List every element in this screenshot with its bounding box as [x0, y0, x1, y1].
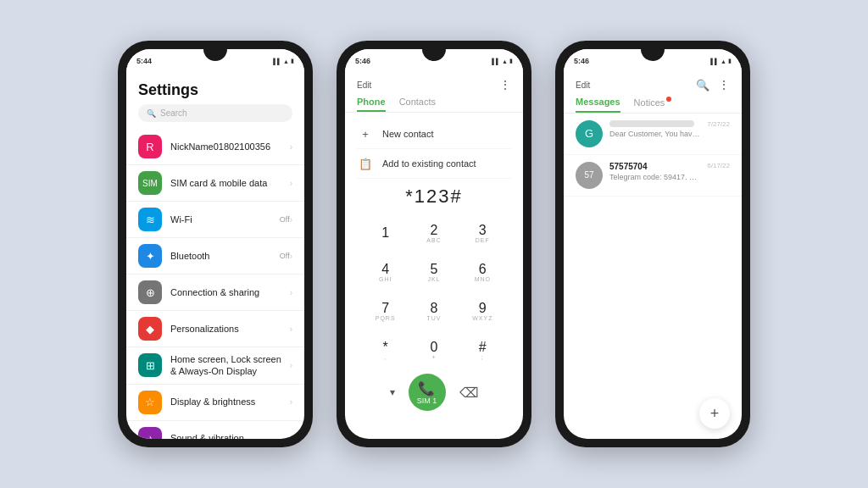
settings-item-text-bluetooth: Bluetooth	[170, 250, 280, 262]
settings-item-text-nickname: NickName01802100356	[170, 141, 290, 152]
settings-item-text-sound: Sound & vibration	[170, 432, 290, 439]
call-button[interactable]: 📞 SIM 1	[409, 374, 446, 411]
settings-item-connection[interactable]: ⊕ Connection & sharing ›	[126, 274, 304, 311]
dial-num-hash: #	[479, 340, 487, 355]
notch-bar-2: 5:46 ▌▌ ▲ ▮	[345, 49, 523, 73]
edit-button-3[interactable]: Edit	[576, 80, 590, 90]
message-avatar-1: 57	[576, 162, 603, 189]
settings-item-wifi[interactable]: ≋ Wi-Fi Off ›	[126, 202, 304, 238]
tab-notices[interactable]: Notices	[634, 93, 672, 113]
dial-key-hash[interactable]: # ;	[459, 331, 506, 369]
new-contact-label: New contact	[382, 129, 434, 139]
settings-search-bar[interactable]: 🔍 Search	[138, 104, 292, 122]
settings-item-personalizations[interactable]: ◆ Personalizations ›	[126, 311, 304, 347]
settings-item-sound[interactable]: ♪ Sound & vibration ›	[126, 421, 304, 439]
dial-letters-7: PQRS	[376, 315, 396, 321]
settings-label-homescreen: Home screen, Lock screen & Always-On Dis…	[170, 353, 290, 378]
message-preview-0: Dear Customer, You have a missed call fr…	[609, 130, 700, 138]
backspace-button[interactable]: ⌫	[459, 385, 479, 401]
message-name-0	[609, 120, 694, 127]
dial-letters-6: MNO	[475, 276, 491, 282]
tab-contacts[interactable]: Contacts	[399, 93, 436, 112]
settings-icon-connection: ⊕	[138, 280, 162, 304]
dial-key-4[interactable]: 4 GHI	[362, 253, 409, 291]
message-item-0[interactable]: G Dear Customer, You have a missed call …	[564, 114, 742, 155]
message-list: G Dear Customer, You have a missed call …	[564, 114, 742, 439]
search-button-3[interactable]: 🔍	[696, 79, 709, 92]
notch-bar-1: 5:44 ▌▌ ▲ ▮	[126, 49, 304, 73]
settings-item-sim[interactable]: SIM SIM card & mobile data ›	[126, 165, 304, 202]
tab-messages[interactable]: Messages	[576, 93, 620, 113]
settings-sub-bluetooth: Off	[280, 252, 290, 260]
add-existing-action[interactable]: 📋 Add to existing contact	[357, 149, 511, 179]
settings-icon-nickname: R	[138, 135, 162, 158]
settings-icon-bluetooth: ✦	[138, 244, 162, 268]
more-options-button-2[interactable]: ⋮	[499, 78, 511, 92]
tab-phone[interactable]: Phone	[357, 93, 386, 112]
contact-actions: + New contact 📋 Add to existing contact	[345, 113, 523, 182]
header-actions-3: 🔍 ⋮	[696, 78, 730, 92]
notch-cutout-2	[422, 49, 446, 61]
status-icons-3: ▌▌ ▲ ▮	[710, 58, 732, 64]
chevron-icon-8: ›	[290, 434, 292, 439]
settings-item-display[interactable]: ☆ Display & brightness ›	[126, 385, 304, 421]
status-time-2: 5:46	[355, 57, 370, 65]
phone3-header: Edit 🔍 ⋮	[564, 73, 742, 93]
phone3-content: Edit 🔍 ⋮ Messages Notices G	[564, 73, 742, 439]
settings-item-nickname[interactable]: R NickName01802100356 ›	[126, 129, 304, 165]
battery-icon-1: ▮	[291, 58, 294, 64]
dial-key-1[interactable]: 1	[362, 214, 409, 252]
dial-key-6[interactable]: 6 MNO	[459, 253, 506, 291]
dial-key-7[interactable]: 7 PQRS	[362, 292, 409, 330]
dial-num-7: 7	[381, 301, 389, 316]
settings-item-homescreen[interactable]: ⊞ Home screen, Lock screen & Always-On D…	[126, 347, 304, 385]
dial-dropdown-arrow[interactable]: ▾	[390, 386, 395, 398]
settings-item-text-homescreen: Home screen, Lock screen & Always-On Dis…	[170, 353, 290, 378]
dial-letters-0: +	[431, 354, 436, 360]
phone-settings-screen: 5:44 ▌▌ ▲ ▮ Settings 🔍 Search R NickName…	[126, 49, 304, 439]
settings-icon-personalizations: ◆	[138, 317, 162, 341]
dial-num-5: 5	[431, 262, 438, 277]
settings-label-personalizations: Personalizations	[170, 323, 290, 335]
settings-item-text-sim: SIM card & mobile data	[170, 177, 290, 189]
chevron-icon-4: ›	[290, 288, 292, 297]
chevron-icon-5: ›	[290, 324, 292, 334]
dial-key-0[interactable]: 0 +	[410, 331, 457, 369]
phone-dialpad: 5:46 ▌▌ ▲ ▮ Edit ⋮ Phone Contacts	[337, 41, 531, 447]
add-existing-icon: 📋	[357, 155, 374, 172]
message-body-0: Dear Customer, You have a missed call fr…	[609, 120, 700, 138]
settings-label-wifi: Wi-Fi	[170, 214, 280, 225]
phone-call-icon: 📞	[418, 380, 435, 396]
settings-label-display: Display & brightness	[170, 396, 290, 408]
settings-item-bluetooth[interactable]: ✦ Bluetooth Off ›	[126, 238, 304, 274]
message-item-1[interactable]: 57 57575704 Telegram code: 59417. You ca…	[564, 155, 742, 197]
settings-label-connection: Connection & sharing	[170, 286, 290, 298]
new-contact-action[interactable]: + New contact	[357, 119, 511, 149]
wifi-icon-2: ▲	[502, 58, 508, 64]
dial-key-2[interactable]: 2 ABC	[410, 214, 457, 252]
compose-fab-button[interactable]: +	[699, 398, 730, 429]
dial-key-9[interactable]: 9 WXYZ	[459, 292, 506, 330]
settings-item-text-display: Display & brightness	[170, 396, 290, 408]
dial-key-8[interactable]: 8 TUV	[410, 292, 457, 330]
dial-key-3[interactable]: 3 DEF	[459, 214, 506, 252]
dial-num-6: 6	[479, 262, 487, 277]
phones-container: 5:44 ▌▌ ▲ ▮ Settings 🔍 Search R NickName…	[118, 41, 750, 447]
dial-letters-5: JKL	[427, 276, 440, 282]
settings-title: Settings	[126, 73, 304, 104]
edit-button-2[interactable]: Edit	[357, 80, 371, 90]
chevron-icon-7: ›	[290, 397, 292, 407]
more-options-button-3[interactable]: ⋮	[718, 78, 730, 92]
settings-item-text-personalizations: Personalizations	[170, 323, 290, 335]
settings-icon-display: ☆	[138, 391, 162, 414]
phone2-content: Edit ⋮ Phone Contacts + New contact 📋 Ad…	[345, 73, 523, 439]
dial-letters-4: GHI	[379, 276, 392, 282]
settings-icon-sound: ♪	[138, 427, 162, 439]
chevron-icon-6: ›	[290, 361, 292, 370]
dial-key-5[interactable]: 5 JKL	[410, 253, 457, 291]
dial-key-star[interactable]: * ,	[362, 331, 409, 369]
notice-dot	[666, 97, 671, 102]
battery-icon-2: ▮	[509, 58, 513, 64]
settings-icon-sim: SIM	[138, 171, 162, 195]
settings-sub-wifi: Off	[280, 215, 290, 224]
